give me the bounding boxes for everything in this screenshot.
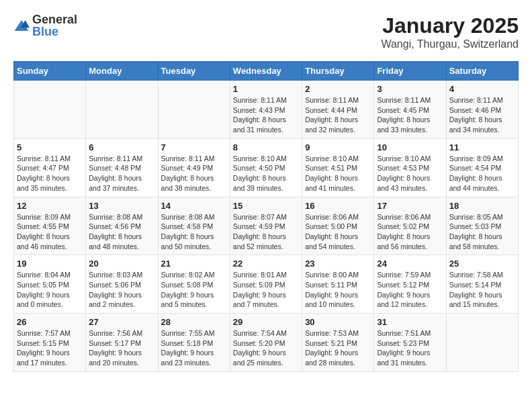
day-info: Sunrise: 8:04 AM Sunset: 5:05 PM Dayligh…: [17, 270, 83, 310]
day-info: Sunrise: 8:07 AM Sunset: 4:59 PM Dayligh…: [233, 212, 299, 252]
calendar-week-4: 19Sunrise: 8:04 AM Sunset: 5:05 PM Dayli…: [14, 255, 519, 314]
col-header-monday: Monday: [86, 62, 158, 81]
day-info: Sunrise: 7:51 AM Sunset: 5:23 PM Dayligh…: [377, 328, 443, 368]
day-info: Sunrise: 8:11 AM Sunset: 4:43 PM Dayligh…: [233, 95, 299, 135]
day-info: Sunrise: 8:11 AM Sunset: 4:47 PM Dayligh…: [17, 154, 83, 193]
day-number: 26: [17, 317, 83, 327]
calendar-day: 15Sunrise: 8:07 AM Sunset: 4:59 PM Dayli…: [230, 197, 302, 255]
calendar-day: 30Sunrise: 7:53 AM Sunset: 5:21 PM Dayli…: [302, 314, 374, 372]
day-info: Sunrise: 8:06 AM Sunset: 5:02 PM Dayligh…: [377, 212, 443, 252]
header: General Blue January 2025 Wangi, Thurgau…: [13, 13, 519, 50]
calendar-week-2: 5Sunrise: 8:11 AM Sunset: 4:47 PM Daylig…: [14, 138, 519, 197]
calendar-week-3: 12Sunrise: 8:09 AM Sunset: 4:55 PM Dayli…: [14, 197, 519, 255]
calendar-day: 20Sunrise: 8:03 AM Sunset: 5:06 PM Dayli…: [86, 255, 158, 314]
day-number: 30: [305, 317, 371, 327]
calendar-day: [14, 81, 86, 139]
logo: General Blue: [13, 13, 77, 38]
calendar-day: 28Sunrise: 7:55 AM Sunset: 5:18 PM Dayli…: [158, 314, 230, 372]
day-info: Sunrise: 8:11 AM Sunset: 4:44 PM Dayligh…: [305, 95, 371, 135]
day-info: Sunrise: 8:08 AM Sunset: 4:58 PM Dayligh…: [161, 212, 227, 252]
day-info: Sunrise: 7:53 AM Sunset: 5:21 PM Dayligh…: [305, 328, 371, 368]
calendar-day: [86, 81, 158, 139]
day-number: 19: [17, 259, 83, 269]
day-number: 9: [305, 142, 371, 152]
calendar-header: SundayMondayTuesdayWednesdayThursdayFrid…: [14, 62, 519, 81]
day-number: 1: [233, 84, 299, 94]
calendar-body: 1Sunrise: 8:11 AM Sunset: 4:43 PM Daylig…: [14, 81, 519, 372]
day-number: 5: [17, 142, 83, 152]
day-number: 8: [233, 142, 299, 152]
day-number: 17: [377, 201, 443, 211]
day-number: 3: [377, 84, 443, 94]
day-number: 11: [449, 142, 515, 152]
calendar-day: 1Sunrise: 8:11 AM Sunset: 4:43 PM Daylig…: [230, 81, 302, 139]
day-number: 22: [233, 259, 299, 269]
calendar-table: SundayMondayTuesdayWednesdayThursdayFrid…: [13, 61, 519, 372]
day-info: Sunrise: 7:56 AM Sunset: 5:17 PM Dayligh…: [89, 328, 154, 368]
day-info: Sunrise: 8:09 AM Sunset: 4:55 PM Dayligh…: [17, 212, 83, 252]
day-number: 23: [305, 259, 371, 269]
day-number: 16: [305, 201, 371, 211]
day-info: Sunrise: 8:02 AM Sunset: 5:08 PM Dayligh…: [161, 270, 227, 310]
day-number: 31: [377, 317, 443, 327]
day-info: Sunrise: 8:09 AM Sunset: 4:54 PM Dayligh…: [449, 154, 515, 193]
logo-general: General: [32, 13, 77, 26]
day-number: 7: [161, 142, 227, 152]
calendar-day: 3Sunrise: 8:11 AM Sunset: 4:45 PM Daylig…: [374, 81, 446, 139]
calendar-day: 12Sunrise: 8:09 AM Sunset: 4:55 PM Dayli…: [14, 197, 86, 255]
day-info: Sunrise: 8:11 AM Sunset: 4:48 PM Dayligh…: [89, 154, 154, 193]
day-info: Sunrise: 8:00 AM Sunset: 5:11 PM Dayligh…: [305, 270, 371, 310]
calendar-day: 2Sunrise: 8:11 AM Sunset: 4:44 PM Daylig…: [302, 81, 374, 139]
col-header-wednesday: Wednesday: [230, 62, 302, 81]
calendar-day: 18Sunrise: 8:05 AM Sunset: 5:03 PM Dayli…: [446, 197, 518, 255]
calendar-day: 10Sunrise: 8:10 AM Sunset: 4:53 PM Dayli…: [374, 138, 446, 197]
day-number: 25: [449, 259, 515, 269]
calendar-day: 23Sunrise: 8:00 AM Sunset: 5:11 PM Dayli…: [302, 255, 374, 314]
calendar-week-1: 1Sunrise: 8:11 AM Sunset: 4:43 PM Daylig…: [14, 81, 519, 139]
calendar-day: 9Sunrise: 8:10 AM Sunset: 4:51 PM Daylig…: [302, 138, 374, 197]
calendar-day: 13Sunrise: 8:08 AM Sunset: 4:56 PM Dayli…: [86, 197, 158, 255]
col-header-friday: Friday: [374, 62, 446, 81]
calendar-day: 31Sunrise: 7:51 AM Sunset: 5:23 PM Dayli…: [374, 314, 446, 372]
logo-blue: Blue: [32, 25, 58, 38]
day-info: Sunrise: 8:10 AM Sunset: 4:53 PM Dayligh…: [377, 154, 443, 193]
calendar-day: 14Sunrise: 8:08 AM Sunset: 4:58 PM Dayli…: [158, 197, 230, 255]
day-info: Sunrise: 7:59 AM Sunset: 5:12 PM Dayligh…: [377, 270, 443, 310]
calendar-day: 8Sunrise: 8:10 AM Sunset: 4:50 PM Daylig…: [230, 138, 302, 197]
day-info: Sunrise: 8:11 AM Sunset: 4:46 PM Dayligh…: [449, 95, 515, 135]
day-number: 13: [89, 201, 154, 211]
day-info: Sunrise: 8:11 AM Sunset: 4:45 PM Dayligh…: [377, 95, 443, 135]
day-number: 10: [377, 142, 443, 152]
col-header-sunday: Sunday: [14, 62, 86, 81]
calendar-day: 27Sunrise: 7:56 AM Sunset: 5:17 PM Dayli…: [86, 314, 158, 372]
calendar-day: [158, 81, 230, 139]
calendar-day: 7Sunrise: 8:11 AM Sunset: 4:49 PM Daylig…: [158, 138, 230, 197]
day-number: 18: [449, 201, 515, 211]
calendar-day: 29Sunrise: 7:54 AM Sunset: 5:20 PM Dayli…: [230, 314, 302, 372]
calendar-day: 5Sunrise: 8:11 AM Sunset: 4:47 PM Daylig…: [14, 138, 86, 197]
calendar-day: 6Sunrise: 8:11 AM Sunset: 4:48 PM Daylig…: [86, 138, 158, 197]
calendar-day: 16Sunrise: 8:06 AM Sunset: 5:00 PM Dayli…: [302, 197, 374, 255]
day-info: Sunrise: 8:01 AM Sunset: 5:09 PM Dayligh…: [233, 270, 299, 310]
day-number: 2: [305, 84, 371, 94]
logo-icon: [13, 19, 30, 32]
col-header-thursday: Thursday: [302, 62, 374, 81]
day-info: Sunrise: 7:54 AM Sunset: 5:20 PM Dayligh…: [233, 328, 299, 368]
day-info: Sunrise: 7:58 AM Sunset: 5:14 PM Dayligh…: [449, 270, 515, 310]
calendar-day: 4Sunrise: 8:11 AM Sunset: 4:46 PM Daylig…: [446, 81, 518, 139]
calendar-day: 19Sunrise: 8:04 AM Sunset: 5:05 PM Dayli…: [14, 255, 86, 314]
calendar-day: [446, 314, 518, 372]
calendar-week-5: 26Sunrise: 7:57 AM Sunset: 5:15 PM Dayli…: [14, 314, 519, 372]
subtitle: Wangi, Thurgau, Switzerland: [381, 38, 519, 50]
day-number: 12: [17, 201, 83, 211]
day-info: Sunrise: 8:08 AM Sunset: 4:56 PM Dayligh…: [89, 212, 154, 252]
day-info: Sunrise: 8:06 AM Sunset: 5:00 PM Dayligh…: [305, 212, 371, 252]
day-number: 29: [233, 317, 299, 327]
calendar-day: 25Sunrise: 7:58 AM Sunset: 5:14 PM Dayli…: [446, 255, 518, 314]
calendar-day: 26Sunrise: 7:57 AM Sunset: 5:15 PM Dayli…: [14, 314, 86, 372]
main-title: January 2025: [381, 13, 519, 38]
day-number: 21: [161, 259, 227, 269]
day-info: Sunrise: 8:05 AM Sunset: 5:03 PM Dayligh…: [449, 212, 515, 252]
calendar-day: 17Sunrise: 8:06 AM Sunset: 5:02 PM Dayli…: [374, 197, 446, 255]
col-header-tuesday: Tuesday: [158, 62, 230, 81]
